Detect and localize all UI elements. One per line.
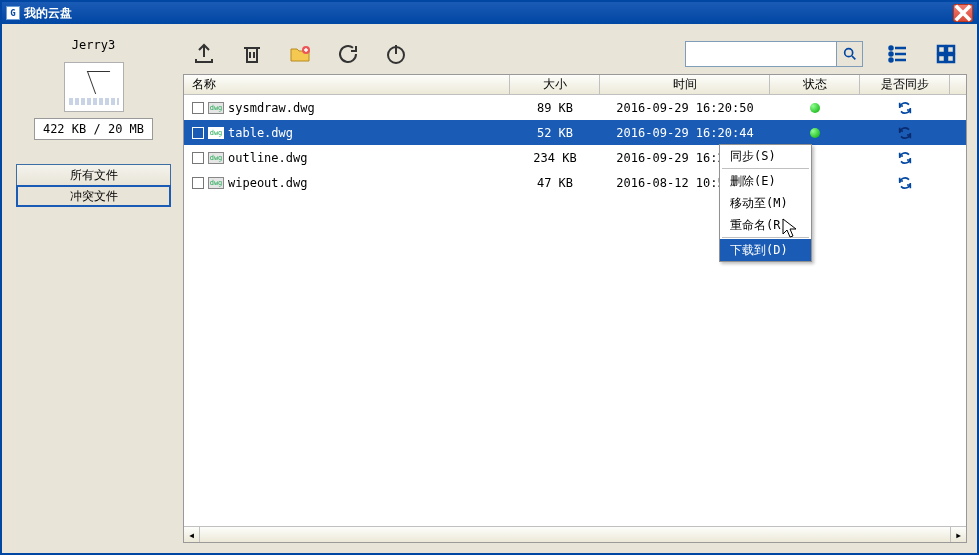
ctx-sync[interactable]: 同步(S) [720,145,811,167]
svg-point-5 [890,59,893,62]
cell-name: sysmdraw.dwg [184,101,510,115]
svg-rect-6 [938,46,945,53]
dwg-icon [208,127,224,139]
rows: sysmdraw.dwg 89 KB 2016-09-29 16:20:50 [184,95,966,526]
sidebar-item-conflict-files[interactable]: 冲突文件 [16,185,171,207]
svg-point-3 [890,47,893,50]
file-name: table.dwg [228,126,293,140]
thumbnail [64,62,124,112]
window-title: 我的云盘 [24,5,953,22]
refresh-icon [336,42,360,66]
app-icon: G [6,6,20,20]
cell-sync[interactable] [860,150,950,166]
svg-rect-8 [938,55,945,62]
sync-icon [897,125,913,141]
power-button[interactable] [383,41,409,67]
sync-icon [897,100,913,116]
refresh-button[interactable] [335,41,361,67]
cell-size: 52 KB [510,126,600,140]
cell-time: 2016-09-29 16:20:50 [600,101,770,115]
trash-icon [240,42,264,66]
context-menu: 同步(S) 删除(E) 移动至(M) 重命名(R) 下载到(D) [719,144,812,262]
table-row[interactable]: sysmdraw.dwg 89 KB 2016-09-29 16:20:50 [184,95,966,120]
scroll-track[interactable] [200,527,950,542]
search-icon [842,46,858,62]
file-name: sysmdraw.dwg [228,101,315,115]
table-row[interactable]: table.dwg 52 KB 2016-09-29 16:20:44 [184,120,966,145]
file-name: outline.dwg [228,151,307,165]
sync-icon [897,175,913,191]
sidebar: Jerry3 422 KB / 20 MB 所有文件 冲突文件 [12,34,175,543]
status-dot-icon [810,103,820,113]
titlebar[interactable]: G 我的云盘 [2,2,977,24]
content: Jerry3 422 KB / 20 MB 所有文件 冲突文件 [2,24,977,553]
svg-point-2 [844,49,852,57]
svg-rect-9 [947,55,954,62]
close-button[interactable] [953,4,973,22]
col-status[interactable]: 状态 [770,75,860,94]
new-folder-button[interactable] [287,41,313,67]
col-name[interactable]: 名称 [184,75,510,94]
cell-size: 47 KB [510,176,600,190]
checkbox[interactable] [192,152,204,164]
grid-view-icon [934,42,958,66]
svg-rect-7 [947,46,954,53]
cursor-icon [782,218,800,243]
column-headers: 名称 大小 时间 状态 是否同步 [184,75,966,95]
col-sync[interactable]: 是否同步 [860,75,950,94]
upload-button[interactable] [191,41,217,67]
cell-name: table.dwg [184,126,510,140]
dwg-icon [208,152,224,164]
cell-name: outline.dwg [184,151,510,165]
scroll-right-button[interactable]: ▸ [950,527,966,542]
svg-point-4 [890,53,893,56]
table-row[interactable]: outline.dwg 234 KB 2016-09-29 16:20:38 [184,145,966,170]
delete-button[interactable] [239,41,265,67]
file-list: 名称 大小 时间 状态 是否同步 sysmdraw.dwg [183,74,967,543]
close-icon [954,4,972,22]
user-name: Jerry3 [72,34,115,56]
checkbox[interactable] [192,127,204,139]
cell-status [770,103,860,113]
search-input[interactable] [686,42,836,66]
grid-view-button[interactable] [933,41,959,67]
window: G 我的云盘 Jerry3 422 KB / 20 MB 所有文件 冲突文件 [0,0,979,555]
col-scrollhead [950,75,966,94]
main-pane: 名称 大小 时间 状态 是否同步 sysmdraw.dwg [183,34,967,543]
scroll-left-button[interactable]: ◂ [184,527,200,542]
ctx-delete[interactable]: 删除(E) [720,170,811,192]
ctx-moveto[interactable]: 移动至(M) [720,192,811,214]
status-dot-icon [810,128,820,138]
checkbox[interactable] [192,177,204,189]
cell-size: 234 KB [510,151,600,165]
ctx-separator [722,168,809,169]
table-row[interactable]: wipeout.dwg 47 KB 2016-08-12 10:54:09 [184,170,966,195]
sidebar-item-all-files[interactable]: 所有文件 [16,164,171,186]
cell-size: 89 KB [510,101,600,115]
cell-sync[interactable] [860,175,950,191]
checkbox[interactable] [192,102,204,114]
dwg-icon [208,177,224,189]
power-icon [384,42,408,66]
cell-sync[interactable] [860,100,950,116]
horizontal-scrollbar[interactable]: ◂ ▸ [184,526,966,542]
list-view-icon [886,42,910,66]
new-folder-icon [288,42,312,66]
search-button[interactable] [836,42,862,66]
dwg-icon [208,102,224,114]
cell-name: wipeout.dwg [184,176,510,190]
cell-time: 2016-09-29 16:20:44 [600,126,770,140]
upload-icon [192,42,216,66]
list-view-button[interactable] [885,41,911,67]
sync-icon [897,150,913,166]
cell-status [770,128,860,138]
file-name: wipeout.dwg [228,176,307,190]
cell-sync[interactable] [860,125,950,141]
quota-text: 422 KB / 20 MB [34,118,153,140]
toolbar [183,34,967,74]
col-size[interactable]: 大小 [510,75,600,94]
col-time[interactable]: 时间 [600,75,770,94]
search-box [685,41,863,67]
